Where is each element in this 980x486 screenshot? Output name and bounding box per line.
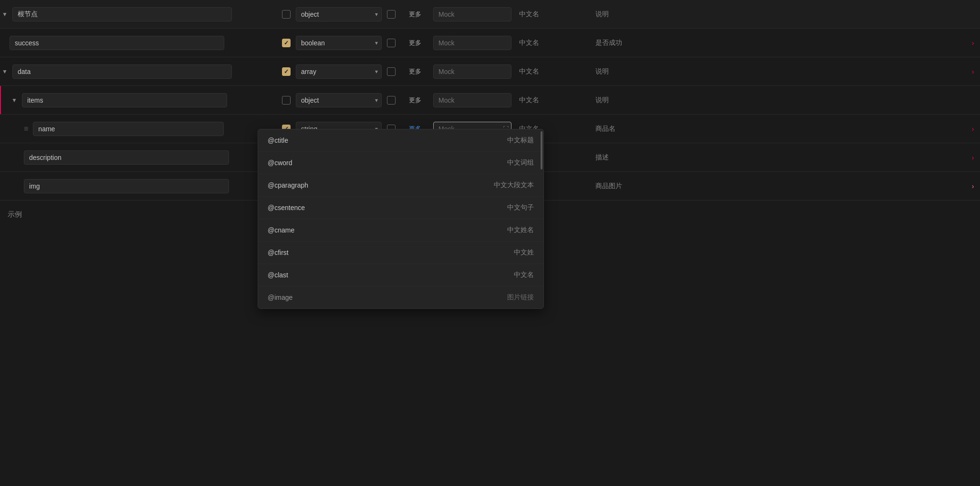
name-col-description: [0, 147, 277, 169]
desc-text-success: 是否成功: [595, 39, 622, 47]
name-input-name[interactable]: [33, 122, 224, 136]
more-button-items[interactable]: 更多: [405, 94, 425, 106]
detail-arrow-description[interactable]: ›: [972, 154, 974, 161]
more-btn-root[interactable]: 更多: [401, 8, 429, 21]
desc-col-success: 是否成功: [592, 39, 966, 47]
type-col-items: object ▾: [296, 93, 382, 107]
mock-col-data: [429, 64, 515, 79]
more-checkbox-success[interactable]: [382, 39, 401, 47]
zhname-input-success[interactable]: [519, 39, 588, 47]
dropdown-val: 中文句子: [507, 203, 534, 212]
desc-col-name: 商品名: [592, 125, 966, 133]
table-row: ▼ object ▾ 更多 说明: [0, 0, 980, 29]
arrow-col-data: ›: [966, 68, 980, 75]
zhname-col-success: [515, 39, 592, 47]
arrow-col-img: ›: [966, 182, 980, 190]
name-input-img[interactable]: [24, 179, 229, 193]
desc-text-items: 说明: [595, 96, 609, 105]
required-checkbox-items[interactable]: [277, 96, 296, 105]
required-checkbox-root[interactable]: [277, 10, 296, 19]
detail-arrow-img[interactable]: ›: [972, 182, 974, 190]
name-input-data[interactable]: [12, 64, 232, 79]
zhname-input-data[interactable]: [519, 68, 588, 75]
section-label: 示例: [8, 201, 22, 219]
scrollbar-thumb[interactable]: [541, 131, 542, 169]
desc-col-data: 说明: [592, 67, 966, 76]
name-col-name: ≡: [0, 118, 277, 140]
name-input-root[interactable]: [12, 7, 232, 21]
desc-col-items: 说明: [592, 96, 980, 105]
expand-arrow-root[interactable]: ▼: [0, 11, 10, 18]
more-cb-root[interactable]: [387, 10, 396, 19]
more-cb-items[interactable]: [387, 96, 396, 105]
name-col: ▼: [0, 3, 277, 25]
name-col-items: ▼: [0, 89, 277, 111]
detail-arrow-name[interactable]: ›: [972, 125, 974, 133]
table-row: ▼ object ▾ 更多 说明: [0, 86, 980, 115]
mock-input-items[interactable]: [433, 93, 511, 107]
dropdown-val: 中文词组: [507, 158, 534, 167]
table-row: ▼ array ▾ 更多 说明 ›: [0, 57, 980, 86]
dropdown-val: 中文标题: [507, 136, 534, 145]
more-btn-items[interactable]: 更多: [401, 94, 429, 106]
type-select-items[interactable]: object: [296, 93, 382, 107]
required-checkbox-success[interactable]: [277, 39, 296, 47]
zhname-col-root: [515, 11, 592, 18]
name-input-items[interactable]: [22, 93, 227, 107]
name-col-success: [0, 32, 277, 54]
more-checkbox-root[interactable]: [382, 10, 401, 19]
zhname-input-root[interactable]: [519, 11, 588, 18]
scrollbar[interactable]: [541, 129, 542, 219]
desc-col-root: 说明: [592, 10, 980, 19]
type-select-data[interactable]: array: [296, 64, 382, 79]
dropdown-key: @ctitle: [268, 137, 288, 144]
desc-text-root: 说明: [595, 10, 609, 19]
name-input-description[interactable]: [24, 150, 229, 165]
type-select-root[interactable]: object: [296, 7, 382, 21]
expand-arrow-items[interactable]: ▼: [10, 97, 19, 104]
table-row: boolean ▾ 更多 是否成功 ›: [0, 29, 980, 57]
mock-col-success: [429, 36, 515, 50]
dropdown-item-cparagraph[interactable]: @cparagraph 中文大段文本: [258, 174, 543, 197]
checkbox-root[interactable]: [282, 10, 291, 19]
detail-arrow-data[interactable]: ›: [972, 68, 974, 75]
mock-input-success[interactable]: [433, 36, 511, 50]
arrow-col-name: ›: [966, 125, 980, 133]
name-input-success[interactable]: [10, 36, 224, 50]
more-button-root[interactable]: 更多: [405, 8, 425, 21]
desc-col-description: 描述: [592, 153, 966, 162]
name-col-data: ▼: [0, 61, 277, 83]
more-cb-success[interactable]: [387, 39, 396, 47]
more-button-success[interactable]: 更多: [405, 37, 425, 49]
type-select-success[interactable]: boolean: [296, 36, 382, 50]
dropdown-item-ctitle[interactable]: @ctitle 中文标题: [258, 129, 543, 152]
desc-text-img: 商品图片: [595, 182, 622, 190]
more-button-data[interactable]: 更多: [405, 65, 425, 78]
desc-text-description: 描述: [595, 153, 609, 162]
checkbox-items[interactable]: [282, 96, 291, 105]
more-checkbox-data[interactable]: [382, 67, 401, 76]
type-col-data: array ▾: [296, 64, 382, 79]
name-col-img: [0, 175, 277, 197]
dropdown-key: @cparagraph: [268, 181, 308, 189]
checkbox-data[interactable]: [282, 67, 291, 76]
more-btn-success[interactable]: 更多: [401, 37, 429, 49]
mock-input-root[interactable]: [433, 7, 511, 21]
arrow-col-description: ›: [966, 154, 980, 161]
dropdown-item-csentence[interactable]: @csentence 中文句子: [258, 197, 543, 219]
mock-dropdown: @ctitle 中文标题 @cword 中文词组 @cparagraph 中文大…: [258, 129, 544, 219]
checkbox-success[interactable]: [282, 39, 291, 47]
type-col-root: object ▾: [296, 7, 382, 21]
drag-handle-name[interactable]: ≡: [24, 125, 28, 133]
mock-input-data[interactable]: [433, 64, 511, 79]
detail-arrow-success[interactable]: ›: [972, 39, 974, 47]
more-cb-data[interactable]: [387, 67, 396, 76]
expand-arrow-data[interactable]: ▼: [0, 68, 10, 75]
dropdown-item-cword[interactable]: @cword 中文词组: [258, 152, 543, 174]
more-btn-data[interactable]: 更多: [401, 65, 429, 78]
required-checkbox-data[interactable]: [277, 67, 296, 76]
type-col-success: boolean ▾: [296, 36, 382, 50]
more-checkbox-items[interactable]: [382, 96, 401, 105]
zhname-col-items: [515, 96, 592, 104]
zhname-input-items[interactable]: [519, 96, 588, 104]
